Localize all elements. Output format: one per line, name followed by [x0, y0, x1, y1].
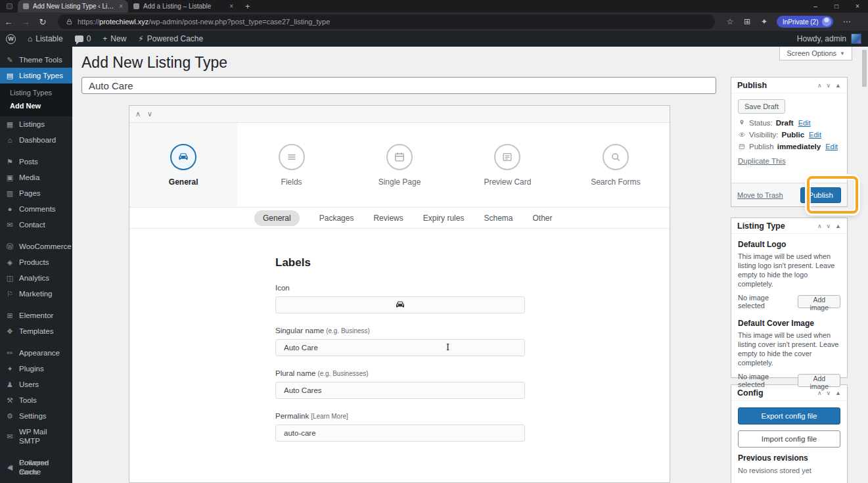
- extensions-icon[interactable]: ✦: [756, 17, 773, 26]
- minimize-button[interactable]: –: [805, 0, 826, 12]
- icon-tab-single-page[interactable]: Single Page: [346, 123, 453, 207]
- save-draft-button[interactable]: Save Draft: [738, 99, 785, 114]
- move-up-icon[interactable]: ∧: [817, 223, 822, 229]
- move-up-icon[interactable]: ∧: [135, 110, 141, 118]
- sub-tab[interactable]: Expiry rules: [423, 214, 465, 223]
- tab-close-icon[interactable]: ×: [119, 3, 123, 10]
- move-down-icon[interactable]: ∨: [826, 223, 831, 229]
- export-config-button[interactable]: Export config file: [738, 407, 840, 425]
- sidebar-item[interactable]: ⌂ Dashboard: [0, 132, 72, 148]
- sub-tab[interactable]: Packages: [319, 214, 354, 223]
- edit-visibility-link[interactable]: Edit: [809, 131, 821, 139]
- calendar-icon: [386, 144, 413, 170]
- back-button[interactable]: ←: [0, 17, 17, 27]
- listing-type-metabox: ∧ ∨ General Fields Single Page: [129, 105, 670, 483]
- powered-cache-menu[interactable]: ⚡ Powered Cache: [132, 31, 209, 47]
- sidebar-subitem[interactable]: Add New: [0, 99, 72, 112]
- refresh-button[interactable]: ↻: [34, 17, 51, 27]
- permalink-input[interactable]: [275, 425, 525, 442]
- icon-tab-general[interactable]: General: [129, 123, 237, 207]
- sub-tab[interactable]: Schema: [484, 214, 513, 223]
- move-up-icon[interactable]: ∧: [817, 82, 822, 89]
- toggle-panel-icon[interactable]: ▲: [835, 82, 841, 89]
- sidebar-item-collapse-menu[interactable]: ◀ Collapse menu: [0, 455, 72, 480]
- visibility-row: Visibility: Public Edit: [731, 129, 847, 141]
- icon-tab-bar: General Fields Single Page Preview Card: [129, 123, 670, 208]
- sidebar-item[interactable]: ❖ Templates: [0, 323, 72, 339]
- comment-icon: ●: [5, 204, 14, 214]
- pages-icon: ▥: [5, 189, 14, 198]
- add-cover-image-button[interactable]: Add image: [798, 374, 840, 387]
- icon-picker-input[interactable]: [275, 296, 525, 313]
- screen-options-tab[interactable]: Screen Options ▼: [779, 47, 852, 60]
- move-down-icon[interactable]: ∨: [826, 82, 831, 89]
- wp-logo-menu[interactable]: W: [0, 31, 22, 47]
- sidebar-subitem[interactable]: Listing Types: [0, 86, 72, 99]
- favorites-icon[interactable]: ☆: [721, 17, 739, 26]
- sidebar-item[interactable]: ⚑ Posts: [0, 154, 72, 170]
- sidebar-item[interactable]: ◫ Analytics: [0, 270, 72, 286]
- elementor-icon: ⊞: [5, 311, 14, 320]
- inprivate-badge[interactable]: InPrivate (2): [777, 16, 833, 28]
- sidebar-item[interactable]: ⚐ Marketing: [0, 286, 72, 302]
- close-window-button[interactable]: ×: [847, 0, 868, 12]
- site-name-menu[interactable]: ⌂ Listable: [22, 31, 69, 47]
- sidebar-item[interactable]: ✉ WP Mail SMTP: [0, 424, 72, 449]
- sidebar-item[interactable]: ✦ Plugins: [0, 361, 72, 377]
- icon-tab-search-forms[interactable]: Search Forms: [562, 123, 670, 207]
- icon-tab-fields[interactable]: Fields: [237, 123, 345, 207]
- toggle-panel-icon[interactable]: ▲: [835, 390, 841, 396]
- collections-icon[interactable]: ⊞: [739, 17, 756, 26]
- move-down-icon[interactable]: ∨: [826, 390, 831, 396]
- sidebar-item[interactable]: ▦ Listings: [0, 116, 72, 132]
- icon-tab-label: Fields: [281, 177, 302, 187]
- no-revisions-text: No revisions stored yet: [738, 467, 840, 474]
- sidebar-item[interactable]: ● Comments: [0, 201, 72, 217]
- sidebar-item[interactable]: Ⓦ WooCommerce: [0, 239, 72, 254]
- add-logo-image-button[interactable]: Add image: [798, 295, 840, 308]
- comments-menu[interactable]: 0: [69, 31, 97, 47]
- sub-tab[interactable]: General: [254, 210, 300, 226]
- sub-tab[interactable]: Reviews: [373, 214, 403, 223]
- sub-tab[interactable]: Other: [532, 214, 552, 223]
- my-account-menu[interactable]: Howdy, admin: [797, 34, 868, 44]
- browser-tab-inactive[interactable]: Add a Listing – Listable ×: [128, 0, 239, 12]
- plural-name-input[interactable]: [275, 382, 525, 399]
- new-tab-button[interactable]: +: [245, 1, 250, 11]
- singular-name-input[interactable]: [275, 339, 525, 356]
- sidebar-item[interactable]: ◈ Products: [0, 254, 72, 270]
- import-config-button[interactable]: Import config file: [738, 430, 840, 448]
- move-to-trash-link[interactable]: Move to Trash: [737, 191, 783, 199]
- edit-status-link[interactable]: Edit: [798, 119, 811, 127]
- publish-button[interactable]: Publish: [800, 187, 841, 203]
- move-up-icon[interactable]: ∧: [817, 390, 822, 396]
- sidebar-item[interactable]: ✏ Appearance: [0, 345, 72, 361]
- listing-type-title-input[interactable]: [81, 77, 716, 94]
- sidebar-item[interactable]: ♟ Users: [0, 377, 72, 392]
- sidebar-item[interactable]: ✎ Theme Tools: [0, 52, 72, 68]
- sidebar-item[interactable]: ⊞ Elementor: [0, 308, 72, 323]
- sidebar-item[interactable]: ✉ Contact: [0, 217, 72, 233]
- icon-tab-preview-card[interactable]: Preview Card: [453, 123, 561, 207]
- scrollbar-thumb[interactable]: [862, 50, 867, 87]
- move-down-icon[interactable]: ∨: [147, 110, 152, 118]
- tab-actions-icon[interactable]: [7, 3, 12, 9]
- toggle-panel-icon[interactable]: ▲: [835, 223, 841, 229]
- singular-name-hint: (e.g. Business): [326, 327, 370, 334]
- listing-type-panel: Listing Type ∧ ∨ ▲ Default Logo This ima…: [731, 218, 848, 378]
- browser-tab-active[interactable]: Add New Listing Type ‹ Listable ×: [18, 0, 128, 12]
- forward-button[interactable]: →: [17, 17, 34, 27]
- duplicate-this-link[interactable]: Duplicate This: [731, 152, 792, 171]
- learn-more-link[interactable]: [Learn More]: [311, 413, 348, 420]
- maximize-button[interactable]: □: [826, 0, 847, 12]
- tab-close-icon[interactable]: ×: [229, 3, 233, 10]
- edit-schedule-link[interactable]: Edit: [825, 143, 838, 150]
- new-content-menu[interactable]: + New: [97, 31, 132, 47]
- address-bar[interactable]: https://protechiewl.xyz/wp-admin/post-ne…: [58, 14, 715, 29]
- sidebar-item[interactable]: ▤ Listing Types: [0, 68, 72, 83]
- sidebar-item[interactable]: ⚙ Settings: [0, 408, 72, 424]
- sidebar-item[interactable]: ▥ Pages: [0, 185, 72, 201]
- browser-menu-icon[interactable]: ⋯: [837, 17, 856, 26]
- sidebar-item[interactable]: ▣ Media: [0, 170, 72, 185]
- sidebar-item[interactable]: ⚒ Tools: [0, 392, 72, 408]
